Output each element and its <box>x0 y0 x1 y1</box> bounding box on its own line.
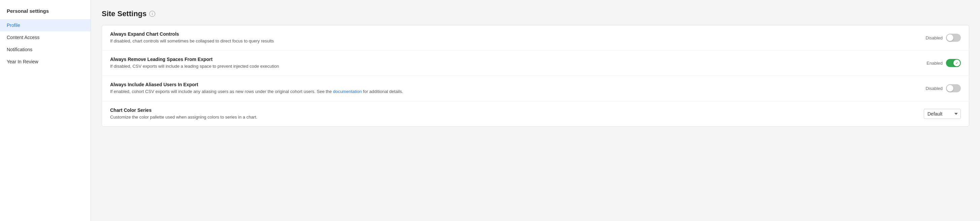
setting-row-expand-chart: Always Expand Chart Controls If disabled… <box>102 25 969 51</box>
setting-description-aliased-users: If enabled, cohort CSV exports will incl… <box>110 89 911 95</box>
checkmark-icon: ✓ <box>955 61 958 65</box>
setting-label-chart-color: Chart Color Series <box>110 108 910 113</box>
setting-info-expand-chart: Always Expand Chart Controls If disabled… <box>110 31 924 44</box>
toggle-thumb-aliased-users <box>947 85 953 92</box>
setting-control-remove-spaces: Enabled ✓ <box>924 59 961 67</box>
setting-control-chart-color: Default Accessible Vivid <box>924 109 961 119</box>
setting-label-aliased-users: Always Include Aliased Users In Export <box>110 82 911 87</box>
toggle-track-remove-spaces: ✓ <box>946 59 961 67</box>
setting-info-chart-color: Chart Color Series Customize the color p… <box>110 108 924 120</box>
setting-description-remove-spaces: If disabled, CSV exports will include a … <box>110 64 911 69</box>
setting-info-aliased-users: Always Include Aliased Users In Export I… <box>110 82 924 95</box>
setting-row-remove-spaces: Always Remove Leading Spaces From Export… <box>102 51 969 76</box>
chart-color-dropdown[interactable]: Default Accessible Vivid <box>924 109 961 119</box>
status-label-expand-chart: Disabled <box>924 35 943 40</box>
setting-row-chart-color: Chart Color Series Customize the color p… <box>102 102 969 126</box>
sidebar-item-year-in-review[interactable]: Year In Review <box>0 56 91 68</box>
setting-description-chart-color: Customize the color pallette used when a… <box>110 114 910 120</box>
sidebar-item-profile[interactable]: Profile <box>0 19 91 31</box>
sidebar-item-content-access[interactable]: Content Access <box>0 31 91 43</box>
sidebar-item-notifications[interactable]: Notifications <box>0 43 91 56</box>
sidebar: Personal settings Profile Content Access… <box>0 0 91 221</box>
toggle-thumb-remove-spaces: ✓ <box>953 60 960 66</box>
setting-control-aliased-users: Disabled <box>924 84 961 92</box>
setting-row-aliased-users: Always Include Aliased Users In Export I… <box>102 76 969 101</box>
main-content: Site Settings i Always Expand Chart Cont… <box>91 0 980 221</box>
toggle-thumb-expand-chart <box>947 34 953 41</box>
sidebar-section-title: Personal settings <box>0 8 91 19</box>
toggle-aliased-users[interactable] <box>946 84 961 92</box>
toggle-remove-spaces[interactable]: ✓ <box>946 59 961 67</box>
documentation-link[interactable]: documentation <box>333 89 362 94</box>
settings-card: Always Expand Chart Controls If disabled… <box>102 25 969 127</box>
toggle-track-aliased-users <box>946 84 961 92</box>
info-icon[interactable]: i <box>149 11 155 17</box>
setting-control-expand-chart: Disabled <box>924 34 961 42</box>
page-header: Site Settings i <box>102 10 969 18</box>
setting-label-remove-spaces: Always Remove Leading Spaces From Export <box>110 57 911 62</box>
status-label-aliased-users: Disabled <box>924 86 943 91</box>
setting-label-expand-chart: Always Expand Chart Controls <box>110 31 911 37</box>
toggle-track-expand-chart <box>946 34 961 42</box>
setting-description-expand-chart: If disabled, chart controls will sometim… <box>110 38 911 44</box>
page-title: Site Settings <box>102 10 146 18</box>
status-label-remove-spaces: Enabled <box>924 60 943 66</box>
setting-info-remove-spaces: Always Remove Leading Spaces From Export… <box>110 57 924 69</box>
toggle-expand-chart[interactable] <box>946 34 961 42</box>
